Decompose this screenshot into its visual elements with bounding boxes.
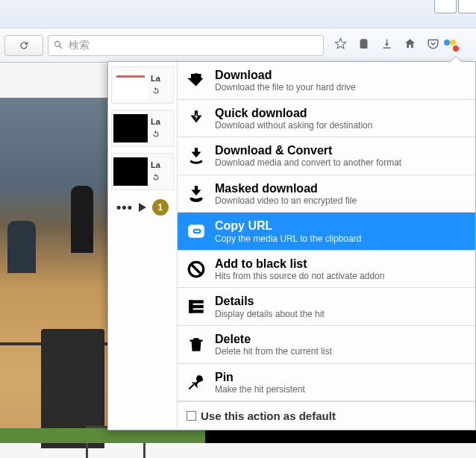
link-icon bbox=[187, 222, 206, 241]
hits-list: La La La ••• 1 bbox=[108, 62, 177, 225]
hit-info: La bbox=[151, 74, 166, 96]
hit-label: La bbox=[151, 160, 166, 169]
reading-list-button[interactable] bbox=[357, 37, 370, 53]
use-as-default-row[interactable]: Use this action as default bbox=[178, 401, 475, 430]
scene-element bbox=[71, 186, 93, 253]
action-text: Download & Convert Download media and co… bbox=[215, 143, 401, 169]
action-blacklist[interactable]: Add to black list Hits from this source … bbox=[178, 251, 475, 289]
action-download[interactable]: Download Download the file to your hard … bbox=[178, 62, 475, 100]
action-text: Add to black list Hits from this source … bbox=[215, 257, 384, 282]
blacklist-icon bbox=[187, 260, 206, 279]
action-desc: Download media and convert to another fo… bbox=[215, 157, 401, 168]
action-pin[interactable]: Pin Make the hit persistent bbox=[178, 364, 475, 402]
hits-footer: ••• 1 bbox=[110, 196, 175, 219]
svg-rect-9 bbox=[189, 384, 195, 390]
action-download-convert[interactable]: Download & Convert Download media and co… bbox=[178, 137, 475, 175]
action-details[interactable]: Details Display details about the hit bbox=[178, 288, 475, 326]
action-desc: Download without asking for destination bbox=[215, 120, 372, 131]
action-title: Copy URL bbox=[215, 219, 361, 233]
action-text: Download Download the file to your hard … bbox=[215, 68, 356, 93]
play-button[interactable] bbox=[139, 203, 146, 212]
download-actions-panel: La La La ••• 1 bbox=[107, 61, 476, 430]
download-arrow-icon bbox=[381, 37, 393, 50]
svg-rect-7 bbox=[189, 301, 192, 313]
action-desc: Copy the media URL to the clipboard bbox=[215, 233, 361, 244]
action-title: Quick download bbox=[215, 106, 372, 120]
scene-element bbox=[7, 221, 36, 273]
pocket-icon bbox=[427, 37, 439, 50]
downloads-button[interactable] bbox=[381, 37, 393, 53]
action-desc: Delete hit from the current list bbox=[215, 346, 332, 357]
maximize-button[interactable] bbox=[458, 0, 476, 13]
action-masked-download[interactable]: Masked download Download video to an enc… bbox=[178, 175, 475, 213]
action-title: Download bbox=[215, 68, 356, 82]
action-title: Download & Convert bbox=[215, 143, 401, 157]
action-copy-url[interactable]: Copy URL Copy the media URL to the clipb… bbox=[178, 213, 475, 251]
hit-label: La bbox=[151, 74, 166, 83]
reload-button[interactable] bbox=[4, 35, 43, 56]
svg-rect-0 bbox=[189, 226, 204, 237]
action-desc: Hits from this source do not activate ad… bbox=[215, 271, 384, 281]
pocket-button[interactable] bbox=[427, 37, 439, 53]
svg-line-3 bbox=[192, 264, 201, 274]
action-text: Details Display details about the hit bbox=[215, 294, 325, 319]
action-text: Pin Make the hit persistent bbox=[215, 370, 305, 395]
action-desc: Download video to an encrypted file bbox=[215, 195, 357, 206]
action-desc: Make the hit persistent bbox=[215, 384, 305, 395]
star-icon bbox=[334, 37, 347, 50]
home-icon bbox=[404, 37, 416, 50]
default-label: Use this action as default bbox=[201, 410, 336, 422]
hit-info: La bbox=[151, 117, 166, 139]
hit-thumbnail bbox=[113, 71, 148, 99]
trash-icon bbox=[187, 335, 206, 354]
action-text: Copy URL Copy the media URL to the clipb… bbox=[215, 219, 361, 244]
action-title: Delete bbox=[215, 332, 332, 346]
hit-thumbnail bbox=[113, 114, 148, 142]
home-button[interactable] bbox=[404, 37, 416, 53]
pin-icon bbox=[187, 372, 206, 392]
action-title: Pin bbox=[215, 370, 305, 384]
bookmark-star-button[interactable] bbox=[334, 37, 347, 53]
search-input[interactable]: 検索 bbox=[48, 35, 324, 56]
hit-item[interactable]: La bbox=[111, 153, 174, 190]
search-placeholder: 検索 bbox=[69, 39, 90, 52]
action-title: Add to black list bbox=[215, 257, 384, 271]
download-icon bbox=[187, 71, 206, 90]
action-quick-download[interactable]: Quick download Download without asking f… bbox=[178, 100, 475, 138]
default-checkbox[interactable] bbox=[187, 411, 196, 421]
clipboard-icon bbox=[357, 37, 370, 50]
minimize-button[interactable] bbox=[434, 0, 457, 13]
window-buttons bbox=[433, 0, 476, 13]
bolt-download-icon bbox=[187, 108, 206, 128]
window-titlebar bbox=[0, 0, 476, 28]
action-text: Masked download Download video to an enc… bbox=[215, 181, 357, 207]
refresh-icon bbox=[151, 172, 161, 183]
mask-icon bbox=[187, 184, 206, 204]
convert-icon bbox=[187, 146, 206, 166]
hit-item[interactable]: La bbox=[111, 66, 174, 104]
hits-count-badge: 1 bbox=[152, 199, 169, 216]
search-icon bbox=[53, 40, 64, 51]
action-title: Details bbox=[215, 294, 325, 308]
toolbar-icons bbox=[334, 37, 450, 53]
hit-info: La bbox=[151, 160, 166, 183]
action-list: Download Download the file to your hard … bbox=[177, 62, 475, 430]
action-delete[interactable]: Delete Delete hit from the current list bbox=[178, 326, 475, 364]
refresh-icon bbox=[151, 129, 161, 139]
browser-toolbar: 検索 bbox=[0, 28, 476, 63]
details-icon bbox=[187, 297, 206, 316]
content-area: La La La ••• 1 bbox=[0, 63, 476, 458]
action-text: Quick download Download without asking f… bbox=[215, 106, 372, 131]
action-desc: Download the file to your hard drive bbox=[215, 82, 356, 92]
reload-icon bbox=[19, 40, 29, 51]
more-button[interactable]: ••• bbox=[116, 200, 133, 216]
hit-thumbnail bbox=[113, 157, 148, 186]
hit-label: La bbox=[151, 117, 166, 126]
hit-item[interactable]: La bbox=[111, 110, 174, 147]
svg-point-8 bbox=[196, 376, 203, 383]
action-title: Masked download bbox=[215, 181, 357, 195]
action-text: Delete Delete hit from the current list bbox=[215, 332, 332, 357]
action-desc: Display details about the hit bbox=[215, 309, 325, 319]
refresh-icon bbox=[151, 86, 161, 96]
